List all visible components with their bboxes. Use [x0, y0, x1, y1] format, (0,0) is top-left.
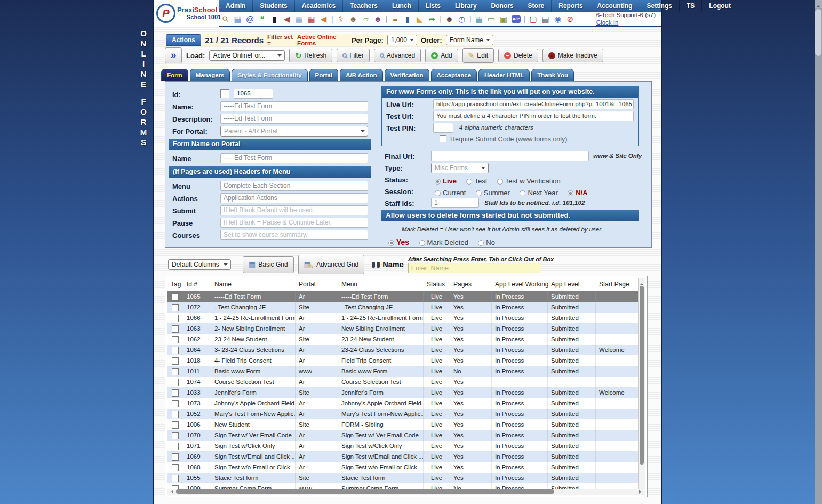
calendar-date-icon[interactable]: ▦: [307, 14, 316, 23]
pause-input[interactable]: If left Blank = Pause & Continue Later.: [220, 218, 368, 228]
email-icon[interactable]: @: [245, 14, 254, 23]
nav-item-library[interactable]: Library: [448, 0, 484, 12]
delete-yes-radio[interactable]: [388, 240, 394, 246]
row-tag-checkbox[interactable]: [172, 357, 179, 365]
lunch-icon[interactable]: ≡: [390, 14, 400, 23]
name-search-input[interactable]: [408, 263, 541, 273]
column-header-app-level-working[interactable]: App Level Working: [492, 281, 548, 288]
table-row[interactable]: 10184- Field Trip ConsentArField Trip Co…: [167, 355, 645, 366]
tab-form[interactable]: Form: [161, 69, 188, 81]
pdf-icon[interactable]: ▢: [529, 14, 538, 23]
status-test-verification-radio[interactable]: [497, 179, 503, 185]
column-header-app-level[interactable]: App Level: [548, 281, 596, 288]
table-row[interactable]: 1071Sign Test w/Click OnlyArSign Test w/…: [167, 441, 645, 451]
type-select[interactable]: Misc Forms: [431, 163, 489, 173]
column-header-tag[interactable]: Tag: [167, 281, 183, 288]
browser-scrollbar[interactable]: [815, 0, 822, 504]
name-input[interactable]: -----Ed Test Form: [220, 101, 368, 111]
test-url-input[interactable]: You must define a 4 character PIN in ord…: [433, 111, 634, 121]
advanced-grid-button[interactable]: ▦✎Advanced Grid: [298, 255, 365, 274]
delete-mark-deleted-radio[interactable]: [419, 240, 425, 246]
row-tag-checkbox[interactable]: [172, 432, 179, 439]
menu-input[interactable]: Complete Each Section: [220, 181, 368, 191]
delete-button[interactable]: Delete: [498, 49, 538, 62]
column-header-menu[interactable]: Menu: [338, 281, 424, 288]
nav-item-admin[interactable]: Admin: [219, 0, 253, 12]
add-button[interactable]: Add: [425, 49, 458, 62]
session-summer-radio[interactable]: [476, 190, 482, 196]
table-row[interactable]: 1069Sign Test w/Email and Click ...ArSig…: [167, 451, 645, 462]
scroll-thumb[interactable]: [176, 489, 554, 494]
table-row[interactable]: 1068Sign Test w/o Email or ClickArSign T…: [167, 462, 645, 473]
for-portal-select[interactable]: Parent - A/R Portal: [220, 126, 368, 137]
nav-item-students[interactable]: Students: [253, 0, 294, 12]
live-url-input[interactable]: https://app.praxischool.com/ext_createOn…: [433, 99, 634, 109]
make-inactive-button[interactable]: Make Inactive: [542, 49, 603, 62]
row-tag-checkbox[interactable]: [172, 315, 179, 322]
scroll-right-arrow[interactable]: [639, 490, 643, 494]
table-row[interactable]: 1055Stacie Test formSiteStacie Test form…: [167, 473, 645, 483]
clock-in-link[interactable]: Clock In: [596, 19, 656, 27]
globe-icon[interactable]: ◉: [553, 14, 562, 23]
chat-icon[interactable]: ❝: [258, 14, 267, 23]
nav-item-store[interactable]: Store: [521, 0, 552, 12]
pizza-icon[interactable]: ◣: [415, 14, 424, 23]
calendar-icon[interactable]: ▦: [294, 14, 304, 23]
tab-managers[interactable]: Managers: [190, 69, 230, 81]
table-row[interactable]: 1070Sign Test w/ Ver Email CodeArSign Te…: [167, 430, 645, 441]
column-header-id[interactable]: Id #: [183, 281, 211, 288]
phone-icon[interactable]: ▮: [270, 14, 279, 23]
id-input[interactable]: 1065: [234, 89, 273, 99]
session-current-radio[interactable]: [435, 190, 441, 196]
session-next-year-radio[interactable]: [520, 190, 525, 196]
row-tag-checkbox[interactable]: [172, 443, 179, 450]
basic-grid-button[interactable]: ▦Basic Grid: [243, 256, 294, 273]
id-checkbox[interactable]: [220, 89, 229, 98]
table-row[interactable]: 1074Course Selection TestArCourse Select…: [167, 377, 645, 387]
send-note-icon[interactable]: ➦: [427, 14, 436, 23]
column-header-start-page[interactable]: Start Page: [596, 281, 634, 288]
require-submit-checkbox[interactable]: [440, 135, 446, 142]
tab-styles-functionality[interactable]: Styles & Functionality: [232, 69, 307, 81]
ap-icon[interactable]: A/P: [512, 15, 521, 23]
megaphone-icon[interactable]: ◀: [319, 14, 328, 23]
nav-item-ts[interactable]: TS: [680, 0, 702, 12]
advanced-button[interactable]: Advanced: [374, 49, 421, 62]
row-tag-checkbox[interactable]: [172, 347, 179, 354]
column-header-status[interactable]: Status: [424, 281, 450, 288]
tab-thank-you[interactable]: Thank You: [531, 69, 574, 81]
nav-item-accounting[interactable]: Accounting: [590, 0, 640, 12]
ticket-icon[interactable]: ▱: [361, 14, 370, 23]
order-select[interactable]: Form Name: [446, 35, 493, 45]
status-test-radio[interactable]: [466, 179, 472, 185]
row-tag-checkbox[interactable]: [172, 325, 179, 333]
nurse-icon[interactable]: ⚕: [337, 14, 346, 23]
nav-item-settings[interactable]: Settings: [640, 0, 680, 12]
row-tag-checkbox[interactable]: [172, 453, 179, 461]
clock-icon[interactable]: ◷: [457, 14, 466, 23]
printer-icon[interactable]: ▤: [541, 14, 550, 23]
nav-item-reports[interactable]: Reports: [552, 0, 590, 12]
row-tag-checkbox[interactable]: [172, 421, 179, 429]
table-row[interactable]: 10632- New Sibling EnrollmentArNew Sibli…: [167, 323, 645, 334]
submit-input[interactable]: If left Blank Default will be used.: [220, 205, 368, 215]
column-header-name[interactable]: Name: [211, 281, 296, 288]
table-row[interactable]: 1073Johnny's Apple Orchard Field...ArJoh…: [167, 398, 645, 409]
table-row[interactable]: 1065-----Ed Test FormAr-----Ed Test Form…: [167, 291, 645, 302]
library-icon[interactable]: ▮: [403, 14, 412, 23]
edit-button[interactable]: ✎Edit: [462, 48, 494, 63]
check-icon[interactable]: ▭: [487, 14, 496, 23]
tab-acceptance[interactable]: Acceptance: [431, 69, 477, 81]
row-tag-checkbox[interactable]: [172, 304, 179, 311]
nav-item-teachers[interactable]: Teachers: [343, 0, 385, 12]
scroll-left-arrow[interactable]: [169, 490, 173, 494]
stop-icon[interactable]: ⊘: [565, 14, 574, 23]
nav-item-logout[interactable]: Logout: [702, 0, 738, 12]
per-page-select[interactable]: 1,000: [387, 35, 417, 45]
table-horizontal-scrollbar[interactable]: [167, 489, 645, 495]
staff-icon[interactable]: ☻: [445, 14, 454, 23]
row-tag-checkbox[interactable]: [172, 379, 179, 386]
actions-input[interactable]: Application Actions: [220, 193, 368, 203]
nav-item-lists[interactable]: Lists: [419, 0, 448, 12]
column-header-pages[interactable]: Pages: [450, 281, 492, 288]
